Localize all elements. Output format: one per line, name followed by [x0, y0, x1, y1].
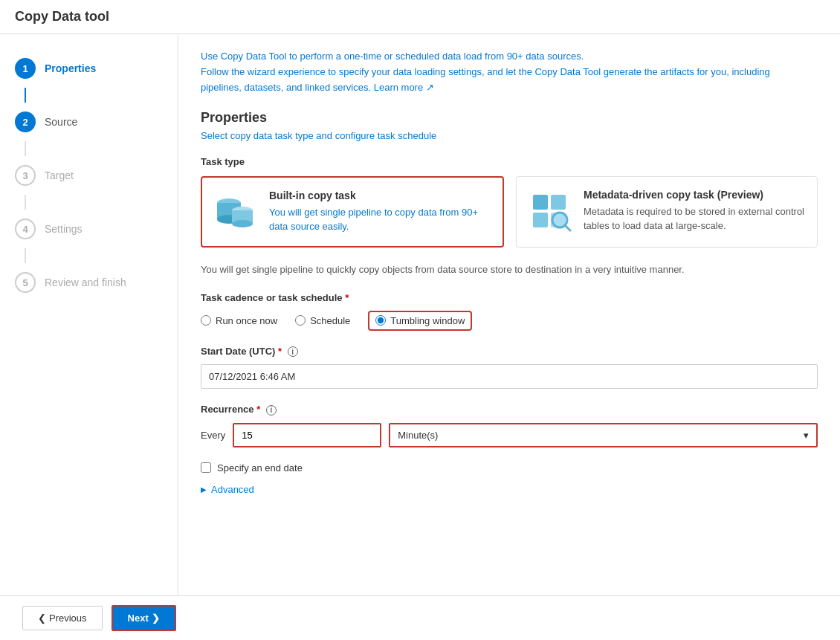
radio-schedule-label: Schedule: [310, 315, 350, 326]
every-label: Every: [201, 430, 225, 441]
previous-button[interactable]: ❮ Previous: [22, 606, 103, 630]
required-indicator: *: [345, 292, 349, 303]
radio-run-once[interactable]: Run once now: [201, 315, 277, 326]
svg-rect-6: [533, 195, 548, 210]
title-bar: Copy Data tool: [0, 0, 840, 34]
step-3[interactable]: 3 Target: [0, 156, 178, 195]
footer: ❮ Previous Next ❯: [0, 595, 840, 640]
specify-end-date-checkbox[interactable]: [201, 462, 211, 473]
app-title: Copy Data tool: [15, 9, 109, 24]
recurrence-unit-value: Minute(s): [398, 430, 438, 441]
svg-rect-7: [551, 195, 566, 210]
pipeline-note: You will get single pipeline to quickly …: [201, 262, 818, 277]
recurrence-label: Recurrence * i: [201, 404, 818, 416]
task-cards: Built-in copy task You will get single p…: [201, 176, 818, 248]
built-in-card-content: Built-in copy task You will get single p…: [269, 190, 491, 233]
task-card-metadata[interactable]: Metadata-driven copy task (Preview) Meta…: [516, 176, 818, 248]
step-2-label: Source: [45, 116, 77, 128]
step-4-circle: 4: [15, 219, 36, 239]
step-1[interactable]: 1 Properties: [0, 49, 178, 88]
task-cadence-label: Task cadence or task schedule *: [201, 292, 818, 303]
step-1-label: Properties: [45, 62, 96, 74]
step-3-circle: 3: [15, 165, 36, 186]
sidebar: 1 Properties 2 Source 3 Target 4 Setting…: [0, 34, 178, 637]
task-card-built-in[interactable]: Built-in copy task You will get single p…: [201, 176, 504, 248]
task-type-label: Task type: [201, 156, 818, 167]
svg-line-11: [565, 225, 570, 230]
recurrence-row: Every Minute(s) ▾: [201, 423, 818, 447]
specify-end-date-row: Specify an end date: [201, 462, 818, 473]
section-subtitle: Select copy data task type and configure…: [201, 130, 818, 141]
radio-run-once-input[interactable]: [201, 315, 211, 326]
step-4[interactable]: 4 Settings: [0, 210, 178, 248]
recurrence-info-icon[interactable]: i: [266, 405, 277, 416]
step-5-circle: 5: [15, 272, 36, 293]
start-date-label: Start Date (UTC) * i: [201, 346, 818, 358]
recurrence-unit-dropdown[interactable]: Minute(s) ▾: [389, 423, 818, 447]
chevron-right-icon: ❯: [152, 612, 160, 624]
connector-1-2: [25, 88, 26, 103]
radio-schedule-input[interactable]: [295, 315, 306, 326]
built-in-description: You will get single pipeline to copy dat…: [269, 206, 491, 233]
previous-label: Previous: [49, 612, 87, 624]
advanced-label: Advanced: [211, 484, 254, 495]
radio-tumbling-input[interactable]: [375, 315, 386, 326]
content-area: Use Copy Data Tool to perform a one-time…: [178, 34, 840, 637]
radio-run-once-label: Run once now: [216, 315, 277, 326]
chevron-left-icon: ❮: [38, 612, 46, 624]
step-1-circle: 1: [15, 58, 36, 79]
radio-schedule[interactable]: Schedule: [295, 315, 350, 326]
connector-2-3: [25, 141, 26, 156]
start-date-input[interactable]: [201, 364, 818, 389]
step-3-label: Target: [45, 169, 74, 181]
next-label: Next: [128, 612, 149, 624]
step-4-label: Settings: [45, 223, 83, 235]
metadata-card-content: Metadata-driven copy task (Preview) Meta…: [584, 189, 805, 232]
start-date-info-icon[interactable]: i: [288, 346, 298, 357]
svg-point-5: [232, 220, 253, 227]
step-2-circle: 2: [15, 111, 36, 132]
metadata-title: Metadata-driven copy task (Preview): [584, 189, 805, 201]
advanced-row[interactable]: ▶ Advanced: [201, 484, 818, 495]
radio-group: Run once now Schedule Tumbling window: [201, 311, 818, 331]
external-link-icon: ↗: [426, 82, 434, 93]
chevron-down-icon: ▾: [804, 430, 809, 441]
built-in-title: Built-in copy task: [269, 190, 491, 201]
built-in-icon: [214, 190, 259, 234]
step-2[interactable]: 2 Source: [0, 103, 178, 141]
step-5-label: Review and finish: [45, 277, 126, 288]
metadata-description: Metadata is required to be stored in ext…: [584, 205, 805, 232]
intro-text: Use Copy Data Tool to perform a one-time…: [201, 49, 818, 95]
metadata-icon: [529, 189, 573, 233]
next-button[interactable]: Next ❯: [112, 605, 176, 631]
connector-3-4: [25, 195, 26, 210]
recurrence-number-input[interactable]: [233, 423, 381, 447]
connector-4-5: [25, 248, 26, 263]
step-5[interactable]: 5 Review and finish: [0, 263, 178, 302]
svg-rect-8: [533, 213, 548, 227]
chevron-right-icon: ▶: [201, 485, 207, 494]
section-title: Properties: [201, 110, 818, 126]
radio-tumbling-label: Tumbling window: [390, 315, 465, 326]
specify-end-date-label[interactable]: Specify an end date: [217, 462, 303, 473]
learn-more-link[interactable]: Learn more ↗: [374, 82, 434, 93]
radio-tumbling-window[interactable]: Tumbling window: [368, 311, 472, 331]
